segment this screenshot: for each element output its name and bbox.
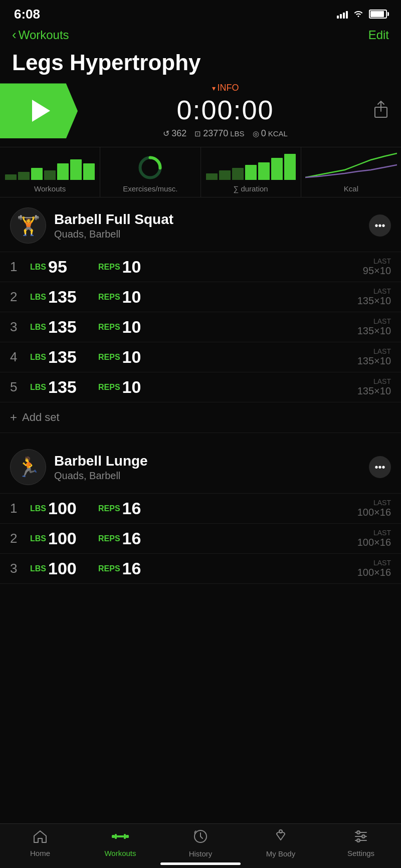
more-button-0[interactable]: ••• bbox=[369, 214, 391, 237]
exercise-info-0: Barbell Full Squat Quads, Barbell bbox=[54, 211, 361, 240]
set-reps-unit-1-1: REPS bbox=[98, 534, 120, 543]
set-reps-unit-0-3: REPS bbox=[98, 353, 120, 362]
more-button-1[interactable]: ••• bbox=[369, 456, 391, 478]
add-set-plus-icon-0: + bbox=[10, 410, 17, 424]
wifi-icon bbox=[353, 9, 364, 20]
set-weight-unit-0-1: LBS bbox=[30, 293, 46, 302]
svg-point-9 bbox=[279, 830, 282, 833]
exercise-meta-0: Quads, Barbell bbox=[54, 229, 361, 240]
chart-exercises[interactable]: Exercises/musc. bbox=[100, 147, 200, 197]
info-label[interactable]: ▾ INFO bbox=[212, 83, 239, 93]
nav-header: ‹ Workouts Edit bbox=[0, 25, 401, 49]
set-reps-unit-1-2: REPS bbox=[98, 564, 120, 573]
tab-workouts[interactable]: Workouts bbox=[95, 829, 145, 857]
tab-history[interactable]: History bbox=[175, 829, 226, 858]
set-last-0-2: LAST 135×10 bbox=[357, 317, 391, 337]
set-weight-1-0[interactable]: 100 bbox=[48, 499, 88, 518]
chart-workouts-label: Workouts bbox=[34, 184, 66, 193]
set-num-1-0: 1 bbox=[10, 501, 30, 516]
set-last-0-3: LAST 135×10 bbox=[357, 347, 391, 367]
set-last-1-0: LAST 100×16 bbox=[357, 499, 391, 518]
set-weight-1-2[interactable]: 100 bbox=[48, 559, 88, 578]
set-weight-unit-1-0: LBS bbox=[30, 504, 46, 513]
chart-duration[interactable]: ∑ duration bbox=[201, 147, 301, 197]
set-last-0-0: LAST 95×10 bbox=[363, 257, 391, 277]
exercise-info-1: Barbell Lunge Quads, Barbell bbox=[54, 453, 361, 482]
set-reps-0-2[interactable]: 10 bbox=[122, 317, 357, 337]
status-bar: 6:08 bbox=[0, 0, 401, 25]
timer-stats: ↺ 362 ⊡ 23770LBS ◎ 0KCAL bbox=[163, 128, 288, 139]
tab-my-body[interactable]: My Body bbox=[256, 829, 306, 858]
svg-point-13 bbox=[362, 835, 365, 838]
set-weight-unit-0-3: LBS bbox=[30, 353, 46, 362]
tab-bar: Home Workouts History bbox=[0, 823, 401, 868]
tab-settings[interactable]: Settings bbox=[336, 829, 386, 857]
svg-rect-5 bbox=[115, 834, 117, 839]
reps-value: 362 bbox=[171, 128, 186, 139]
set-reps-0-4[interactable]: 10 bbox=[122, 377, 357, 397]
tab-home[interactable]: Home bbox=[15, 829, 65, 857]
exercise-section-1: 🏃 Barbell Lunge Quads, Barbell ••• 1 LBS… bbox=[0, 439, 401, 584]
exercise-avatar-1: 🏃 bbox=[10, 449, 46, 485]
settings-tab-icon bbox=[353, 829, 368, 847]
exercise-meta-1: Quads, Barbell bbox=[54, 470, 361, 482]
play-button[interactable] bbox=[0, 83, 78, 138]
set-reps-0-3[interactable]: 10 bbox=[122, 347, 357, 367]
set-reps-1-1[interactable]: 16 bbox=[122, 529, 357, 548]
exercise-header-0: 🏋 Barbell Full Squat Quads, Barbell ••• bbox=[0, 197, 401, 252]
set-weight-0-4[interactable]: 135 bbox=[48, 377, 88, 397]
history-tab-icon bbox=[193, 829, 208, 847]
set-reps-unit-0-0: REPS bbox=[98, 263, 120, 272]
battery-icon bbox=[369, 10, 387, 19]
reps-icon: ↺ bbox=[163, 129, 169, 138]
timer-display: 0:00:00 bbox=[176, 94, 274, 125]
set-num-0-3: 4 bbox=[10, 349, 30, 365]
set-num-0-4: 5 bbox=[10, 379, 30, 395]
back-chevron-icon: ‹ bbox=[12, 27, 17, 43]
share-button[interactable] bbox=[373, 100, 401, 122]
exercise-section-0: 🏋 Barbell Full Squat Quads, Barbell ••• … bbox=[0, 197, 401, 433]
add-set-label-0: Add set bbox=[22, 411, 60, 424]
exercise-avatar-0: 🏋 bbox=[10, 207, 46, 244]
avatar-figure-0: 🏋 bbox=[17, 214, 40, 237]
set-num-1-1: 2 bbox=[10, 531, 30, 546]
tab-settings-label: Settings bbox=[347, 849, 374, 857]
set-weight-0-1[interactable]: 135 bbox=[48, 287, 88, 307]
more-icon-0: ••• bbox=[374, 220, 385, 232]
svg-point-11 bbox=[357, 831, 360, 834]
set-weight-unit-1-1: LBS bbox=[30, 534, 46, 543]
set-reps-1-0[interactable]: 16 bbox=[122, 499, 357, 518]
set-reps-1-2[interactable]: 16 bbox=[122, 559, 357, 578]
set-weight-unit-0-4: LBS bbox=[30, 383, 46, 392]
tab-history-label: History bbox=[189, 849, 213, 858]
info-chevron-icon: ▾ bbox=[212, 84, 216, 92]
set-weight-0-0[interactable]: 95 bbox=[48, 257, 88, 277]
set-weight-0-3[interactable]: 135 bbox=[48, 347, 88, 367]
set-weight-0-2[interactable]: 135 bbox=[48, 317, 88, 337]
workouts-tab-icon bbox=[111, 829, 129, 847]
kcal-stat: ◎ 0KCAL bbox=[253, 128, 288, 139]
status-time: 6:08 bbox=[14, 7, 40, 22]
add-set-button-0[interactable]: + Add set bbox=[0, 402, 401, 432]
tab-my-body-label: My Body bbox=[266, 849, 295, 858]
avatar-figure-1: 🏃 bbox=[17, 456, 40, 478]
svg-rect-6 bbox=[124, 834, 126, 839]
kcal-unit: KCAL bbox=[268, 129, 288, 138]
set-reps-0-0[interactable]: 10 bbox=[122, 257, 363, 277]
chart-exercises-canvas bbox=[104, 152, 196, 182]
set-reps-0-1[interactable]: 10 bbox=[122, 287, 357, 307]
set-weight-unit-1-2: LBS bbox=[30, 564, 46, 573]
kcal-value: 0 bbox=[261, 128, 266, 139]
weight-value: 23770 bbox=[203, 128, 228, 139]
section-gap bbox=[0, 433, 401, 439]
chart-kcal[interactable]: Kcal bbox=[301, 147, 401, 197]
chart-exercises-label: Exercises/musc. bbox=[123, 184, 177, 193]
exercise-name-0: Barbell Full Squat bbox=[54, 211, 361, 228]
chart-workouts[interactable]: Workouts bbox=[0, 147, 100, 197]
edit-button[interactable]: Edit bbox=[368, 28, 389, 42]
tab-workouts-label: Workouts bbox=[104, 849, 136, 857]
set-last-1-2: LAST 100×16 bbox=[357, 559, 391, 578]
back-button[interactable]: ‹ Workouts bbox=[12, 27, 69, 43]
set-weight-1-1[interactable]: 100 bbox=[48, 529, 88, 548]
charts-row[interactable]: Workouts Exercises/musc. ∑ duration bbox=[0, 147, 401, 197]
